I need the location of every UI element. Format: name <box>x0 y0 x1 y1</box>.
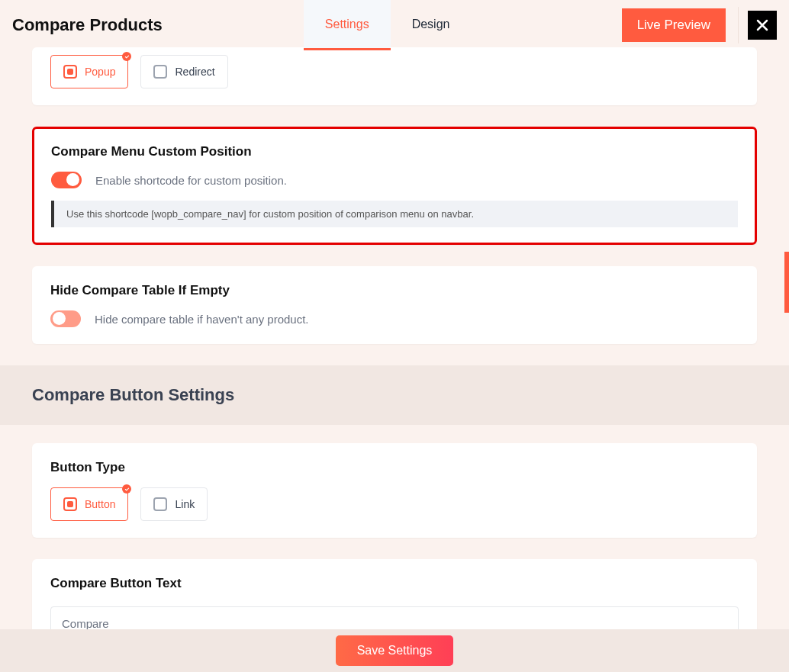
option-button[interactable]: Button <box>50 487 128 521</box>
toggle-label: Enable shortcode for custom position. <box>95 174 287 187</box>
option-link[interactable]: Link <box>140 487 208 521</box>
button-type-options: Button Link <box>50 487 739 521</box>
tab-design[interactable]: Design <box>391 0 472 50</box>
check-badge-icon <box>122 484 131 494</box>
close-icon <box>756 19 768 31</box>
close-button[interactable] <box>748 11 777 40</box>
option-label: Redirect <box>175 66 214 78</box>
tab-settings[interactable]: Settings <box>304 0 391 50</box>
divider <box>738 7 739 43</box>
page-title: Compare Products <box>12 15 163 35</box>
check-badge-icon <box>122 52 131 61</box>
option-label: Link <box>175 498 195 510</box>
checkbox-icon <box>153 497 167 511</box>
footer: Save Settings <box>0 629 789 672</box>
checkbox-icon <box>153 65 167 79</box>
content: Popup Redirect Compare Menu Custom Posit… <box>0 47 789 658</box>
toggle-row: Enable shortcode for custom position. <box>51 172 738 188</box>
toggle-row: Hide compare table if haven't any produc… <box>50 310 739 327</box>
tabs: Settings Design <box>304 0 472 50</box>
hide-empty-card: Hide Compare Table If Empty Hide compare… <box>32 266 757 344</box>
checkbox-icon <box>63 65 77 79</box>
checkbox-icon <box>63 497 77 511</box>
option-label: Button <box>85 498 115 510</box>
section-heading: Compare Button Text <box>50 576 739 591</box>
section-heading: Button Type <box>50 460 739 475</box>
toggle-label: Hide compare table if haven't any produc… <box>95 313 309 326</box>
save-settings-button[interactable]: Save Settings <box>336 635 454 666</box>
action-options: Popup Redirect <box>50 55 739 88</box>
section-heading: Compare Menu Custom Position <box>51 144 738 159</box>
option-label: Popup <box>85 66 115 78</box>
scroll-indicator <box>784 252 789 313</box>
shortcode-info: Use this shortcode [wopb_compare_nav] fo… <box>51 201 738 227</box>
button-type-card: Button Type Button Link <box>32 443 757 538</box>
custom-position-toggle[interactable] <box>51 172 82 188</box>
header: Compare Products Settings Design Live Pr… <box>0 0 789 50</box>
live-preview-button[interactable]: Live Preview <box>622 8 726 42</box>
section-band: Compare Button Settings <box>0 365 789 425</box>
option-popup[interactable]: Popup <box>50 55 128 88</box>
section-heading: Hide Compare Table If Empty <box>50 283 739 298</box>
option-redirect[interactable]: Redirect <box>140 55 227 88</box>
custom-position-card: Compare Menu Custom Position Enable shor… <box>32 127 757 245</box>
section-title: Compare Button Settings <box>32 385 757 405</box>
action-after-compare-card: Popup Redirect <box>32 47 757 105</box>
hide-empty-toggle[interactable] <box>50 310 81 327</box>
